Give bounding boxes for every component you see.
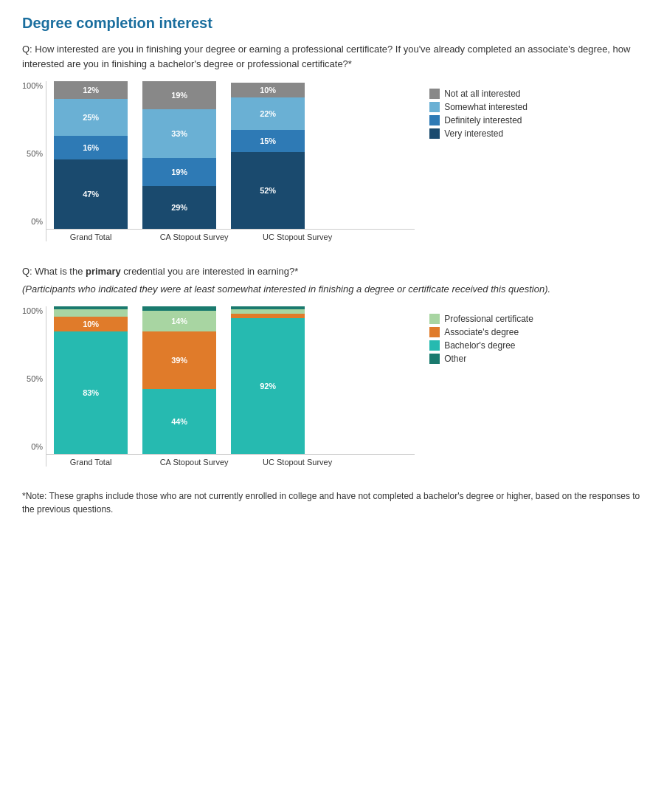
chart-section-2: Q: What is the primary credential you ar… — [22, 264, 642, 469]
legend-color-definitely — [429, 115, 440, 125]
bar-label-grand-total-2: Grand Total — [54, 455, 128, 467]
bar-uc-1: 52% 15% 22% 10% — [231, 81, 305, 229]
question1-text: Q: How interested are you in finishing y… — [22, 42, 642, 71]
question2-text1: Q: What is the primary credential you ar… — [22, 264, 642, 279]
chart-area-1: 100% 50% 0% 47% 16% 25% 12% 29% — [22, 81, 642, 244]
legend-label-bach: Bachelor's degree — [444, 340, 515, 351]
footnote: *Note: These graphs include those who ar… — [22, 489, 642, 516]
question2-text2: (Participants who indicated they were at… — [22, 282, 642, 297]
legend-label-very: Very interested — [444, 128, 503, 139]
y-axis-1: 100% 50% 0% — [22, 81, 43, 244]
bar-grand-total-1: 47% 16% 25% 12% — [54, 81, 128, 229]
bar-label-uc-1: UC Stopout Survey — [260, 230, 334, 241]
bar-label-uc-2: UC Stopout Survey — [260, 455, 334, 467]
legend-color-prof-cert — [429, 314, 440, 324]
legend-color-very — [429, 128, 440, 139]
legend-color-other — [429, 354, 440, 364]
legend-label-other: Other — [444, 354, 466, 364]
legend-label-definitely: Definitely interested — [444, 115, 522, 125]
chart-section-1: Q: How interested are you in finishing y… — [22, 42, 642, 244]
legend-color-assoc — [429, 327, 440, 337]
legend-label-somewhat: Somewhat interested — [444, 102, 528, 112]
legend-color-bach — [429, 340, 440, 351]
legend-1: Not at all interested Somewhat intereste… — [429, 81, 528, 139]
legend-2: Professional certificate Associate's deg… — [429, 306, 533, 364]
bar-label-grand-total-1: Grand Total — [54, 230, 128, 241]
legend-label-assoc: Associate's degree — [444, 327, 519, 337]
page-title: Degree completion interest — [22, 15, 642, 32]
bar-ca-1: 29% 19% 33% 19% — [142, 81, 216, 229]
y-axis-2: 100% 50% 0% — [22, 306, 43, 469]
bar-label-ca-2: CA Stopout Survey — [157, 455, 231, 467]
bar-uc-2: 92% — [231, 306, 305, 454]
bar-label-ca-1: CA Stopout Survey — [157, 230, 231, 241]
legend-label-prof-cert: Professional certificate — [444, 314, 533, 324]
legend-color-not-at-all — [429, 89, 440, 99]
legend-color-somewhat — [429, 102, 440, 112]
chart-area-2: 100% 50% 0% 83% 10% 44% — [22, 306, 642, 469]
bar-ca-2: 44% 39% 14% — [142, 306, 216, 454]
legend-label-not-at-all: Not at all interested — [444, 89, 520, 99]
bar-grand-total-2: 83% 10% — [54, 306, 128, 454]
